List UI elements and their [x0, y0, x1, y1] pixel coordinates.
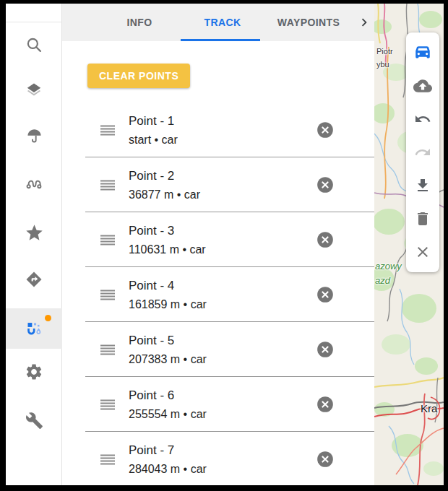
delete-point-button[interactable] [316, 175, 335, 194]
tab-waypoints[interactable]: WAYPOINTS [273, 4, 344, 41]
undo-icon [414, 110, 431, 128]
car-icon [413, 43, 432, 62]
point-info: Point - 7 284043 m • car [129, 441, 207, 478]
delete-track-button[interactable] [406, 202, 439, 235]
trash-icon [414, 210, 431, 227]
point-row: Point - 7 284043 m • car [62, 432, 374, 485]
point-row: Point - 2 36877 m • car [62, 157, 374, 212]
sidebar-item-search[interactable] [6, 25, 62, 65]
point-title: Point - 7 [129, 441, 207, 460]
layers-icon [25, 81, 43, 100]
drag-handle-icon[interactable] [100, 344, 116, 355]
point-row: Point - 4 161859 m • car [62, 267, 374, 322]
sidebar-divider [6, 22, 61, 22]
app-frame: Piotr ybu azowy azd Kra [6, 4, 444, 485]
sidebar-item-favorites[interactable] [6, 212, 62, 253]
point-subtitle: 110631 m • car [129, 240, 206, 258]
directions-icon [25, 270, 43, 289]
umbrella-icon [25, 127, 43, 145]
search-icon [25, 35, 43, 54]
route-icon [25, 173, 43, 192]
point-subtitle: start • car [129, 131, 178, 149]
vehicle-profile-button[interactable] [406, 36, 439, 69]
cloud-upload-icon [413, 77, 432, 95]
sidebar-item-directions[interactable] [6, 259, 62, 300]
upload-track-button[interactable] [406, 69, 439, 103]
delete-point-button[interactable] [316, 395, 335, 414]
download-icon [414, 177, 431, 194]
gear-icon [25, 362, 43, 381]
point-info: Point - 1 start • car [129, 112, 178, 149]
wrench-icon [25, 412, 43, 430]
clear-points-button[interactable]: CLEAR POINTS [87, 64, 190, 88]
track-editor-icon [25, 319, 44, 339]
point-subtitle: 284043 m • car [129, 460, 207, 478]
delete-circle-icon [316, 450, 335, 469]
notification-badge [45, 315, 51, 321]
point-row: Point - 3 110631 m • car [62, 212, 374, 267]
delete-point-button[interactable] [316, 450, 335, 469]
tab-bar: INFO TRACK WAYPOINTS [62, 4, 374, 41]
sidebar-item-track-editor[interactable] [6, 308, 62, 349]
drag-handle-icon[interactable] [100, 125, 116, 136]
sidebar-item-tools[interactable] [6, 400, 62, 440]
point-subtitle: 255554 m • car [129, 405, 207, 423]
close-toolbar-button[interactable] [406, 235, 439, 269]
chevron-right-icon [356, 14, 372, 30]
drag-handle-icon[interactable] [100, 180, 116, 191]
close-icon [414, 243, 431, 261]
point-title: Point - 5 [129, 331, 207, 350]
delete-circle-icon [316, 285, 335, 304]
sidebar-item-settings[interactable] [6, 352, 62, 392]
point-info: Point - 4 161859 m • car [129, 277, 207, 313]
point-subtitle: 36877 m • car [129, 186, 200, 204]
point-info: Point - 6 255554 m • car [129, 386, 207, 423]
sidebar-item-precipitation[interactable] [6, 116, 62, 156]
track-edit-toolbar [406, 32, 439, 272]
point-title: Point - 2 [129, 167, 200, 186]
point-row: Point - 6 255554 m • car [62, 377, 374, 432]
points-list: Point - 1 start • car Point - 2 36877 m … [62, 103, 374, 485]
active-tab-underline [181, 39, 260, 41]
point-row: Point - 1 start • car [62, 103, 374, 157]
delete-point-button[interactable] [316, 121, 335, 139]
delete-circle-icon [316, 175, 335, 194]
track-panel: INFO TRACK WAYPOINTS CLEAR POINTS Point … [62, 4, 374, 485]
point-row: Point - 5 207383 m • car [62, 322, 374, 377]
point-title: Point - 3 [129, 222, 206, 240]
sidebar-item-layers[interactable] [6, 70, 62, 110]
point-title: Point - 6 [129, 386, 207, 405]
redo-icon [414, 144, 431, 161]
point-info: Point - 2 36877 m • car [129, 167, 200, 204]
point-info: Point - 3 110631 m • car [129, 222, 206, 258]
drag-handle-icon[interactable] [100, 290, 116, 300]
delete-point-button[interactable] [316, 285, 335, 304]
delete-point-button[interactable] [316, 340, 335, 359]
star-icon [25, 223, 44, 243]
point-info: Point - 5 207383 m • car [129, 331, 207, 368]
drag-handle-icon[interactable] [100, 454, 116, 465]
redo-button[interactable] [406, 136, 439, 169]
point-subtitle: 207383 m • car [129, 350, 207, 368]
point-subtitle: 161859 m • car [129, 295, 207, 313]
tabs-overflow-button[interactable] [354, 4, 374, 41]
delete-circle-icon [316, 121, 335, 139]
left-sidebar [6, 4, 62, 485]
point-title: Point - 1 [129, 112, 178, 131]
drag-handle-icon[interactable] [100, 399, 116, 410]
download-track-button[interactable] [406, 169, 439, 202]
drag-handle-icon[interactable] [100, 235, 116, 246]
delete-circle-icon [316, 395, 335, 414]
tab-info[interactable]: INFO [122, 4, 156, 41]
sidebar-item-tracks[interactable] [6, 162, 62, 203]
delete-circle-icon [316, 340, 335, 359]
point-title: Point - 4 [129, 277, 207, 295]
delete-circle-icon [316, 230, 335, 249]
delete-point-button[interactable] [316, 230, 335, 249]
undo-button[interactable] [406, 103, 439, 136]
tab-track[interactable]: TRACK [200, 4, 246, 41]
